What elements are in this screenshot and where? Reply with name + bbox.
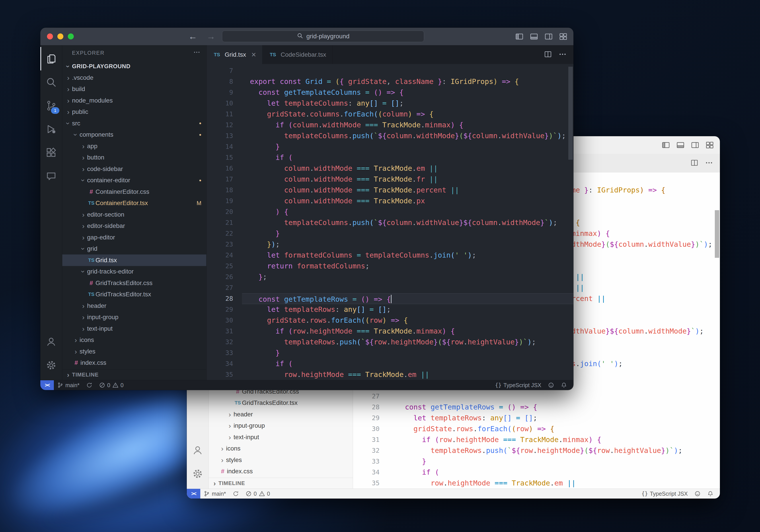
close-tab-icon[interactable]: × <box>251 50 256 59</box>
window-titlebar[interactable]: ← → grid-playground <box>40 28 573 45</box>
git-branch-status[interactable]: main* <box>200 489 229 499</box>
toggle-sidebar-icon[interactable] <box>515 32 524 41</box>
tree-item-GridTracksEditor.css[interactable]: #GridTracksEditor.css <box>62 277 206 289</box>
editor-more-icon[interactable] <box>558 50 567 59</box>
toggle-panel-icon[interactable] <box>530 32 539 41</box>
history-back-button[interactable]: ← <box>188 31 197 41</box>
tree-item-text-input[interactable]: ›text-input <box>62 323 206 334</box>
code-line-34: 34 if ( <box>207 358 573 369</box>
tree-item-gap-editor[interactable]: ›gap-editor <box>62 232 206 243</box>
tree-item-grid[interactable]: ›grid <box>62 243 206 255</box>
feedback-icon[interactable] <box>691 489 704 499</box>
line-number: 29 <box>207 304 242 315</box>
editor-more-icon[interactable] <box>705 158 713 168</box>
tree-item-src[interactable]: ›src● <box>62 117 206 129</box>
tree-item-button[interactable]: ›button <box>62 152 206 163</box>
sync-changes-button[interactable] <box>83 380 96 390</box>
toggle-sidebar-icon[interactable] <box>661 141 670 150</box>
account-icon[interactable] <box>187 438 209 462</box>
tree-item-components[interactable]: ›components● <box>62 129 206 141</box>
layout-controls <box>515 28 568 45</box>
file-label: Grid.tsx <box>96 257 117 264</box>
tab-CodeSidebar.tsx[interactable]: TSCodeSidebar.tsx <box>262 45 333 64</box>
tree-item-grid-tracks-editor[interactable]: ›grid-tracks-editor <box>62 266 206 278</box>
tree-root-folder[interactable]: › GRID-PLAYGROUND <box>62 61 206 72</box>
git-branch-status[interactable]: main* <box>54 380 83 390</box>
command-center-search[interactable]: grid-playground <box>222 30 424 42</box>
tree-item-styles[interactable]: ›styles <box>62 346 206 357</box>
toggle-secondary-sidebar-icon[interactable] <box>690 141 699 150</box>
explorer-icon[interactable] <box>40 47 62 70</box>
tree-item-code-sidebar[interactable]: ›code-sidebar <box>62 163 206 175</box>
language-mode[interactable]: {} TypeScript JSX <box>638 489 691 499</box>
feedback-icon[interactable] <box>545 380 557 390</box>
git-branch-icon <box>204 491 210 497</box>
tree-item-build[interactable]: ›build <box>62 83 206 95</box>
explorer-more-icon[interactable] <box>193 49 201 57</box>
zoom-window-button[interactable] <box>68 33 74 39</box>
tree-item-header[interactable]: ›header <box>62 300 206 312</box>
chevron-right-icon: › <box>226 422 234 429</box>
search-activity-icon[interactable] <box>40 70 62 94</box>
remote-indicator[interactable]: >< <box>187 489 200 499</box>
tree-item-header[interactable]: ›header <box>209 409 353 420</box>
tree-item-index.css[interactable]: #index.css <box>62 357 206 369</box>
tree-item-container-editor[interactable]: ›container-editor● <box>62 175 206 186</box>
timeline-section[interactable]: › TIMELINE <box>209 478 353 489</box>
tree-item-public[interactable]: ›public <box>62 106 206 118</box>
line-number: 35 <box>353 478 388 489</box>
line-number: 13 <box>207 130 242 141</box>
editor-scrollbar[interactable] <box>568 67 573 160</box>
tree-item-index.css[interactable]: #index.css <box>209 466 353 477</box>
tree-item-.vscode[interactable]: ›.vscode <box>62 72 206 83</box>
tree-item-icons[interactable]: ›icons <box>62 334 206 346</box>
code-editor[interactable]: 78export const Grid = ({ gridState, clas… <box>207 64 573 380</box>
code-line-text: gridState.columns.forEach((column) => { <box>242 109 573 119</box>
line-number: 31 <box>353 434 388 445</box>
history-forward-button[interactable]: → <box>207 31 215 41</box>
language-mode[interactable]: {} TypeScript JSX <box>492 380 545 390</box>
account-icon[interactable] <box>40 330 62 353</box>
settings-gear-icon[interactable] <box>187 462 209 485</box>
tree-item-ContainerEditor.tsx[interactable]: TSContainerEditor.tsxM <box>62 198 206 209</box>
code-line-text: if ( <box>388 467 720 478</box>
minimize-window-button[interactable] <box>57 33 63 39</box>
close-window-button[interactable] <box>47 33 53 39</box>
tree-item-app[interactable]: ›app <box>62 140 206 152</box>
tree-item-ContainerEditor.css[interactable]: #ContainerEditor.css <box>62 186 206 198</box>
tree-item-editor-sidebar[interactable]: ›editor-sidebar <box>62 220 206 232</box>
tree-item-input-group[interactable]: ›input-group <box>62 312 206 323</box>
tree-item-node_modules[interactable]: ›node_modules <box>62 95 206 106</box>
settings-gear-icon[interactable] <box>40 353 62 377</box>
toggle-secondary-sidebar-icon[interactable] <box>544 32 553 41</box>
branch-name: main* <box>65 382 79 388</box>
editor-scrollbar[interactable] <box>715 210 719 258</box>
customize-layout-icon[interactable] <box>705 141 714 150</box>
tree-item-styles[interactable]: ›styles <box>209 454 353 466</box>
timeline-section[interactable]: › TIMELINE <box>62 369 206 380</box>
problems-status[interactable]: 0 0 <box>242 489 273 499</box>
tree-item-input-group[interactable]: ›input-group <box>209 420 353 432</box>
split-editor-icon[interactable] <box>544 50 552 59</box>
split-editor-icon[interactable] <box>690 158 699 168</box>
problems-status[interactable]: 0 0 <box>96 380 127 390</box>
notifications-bell-icon[interactable] <box>557 380 570 390</box>
run-debug-icon[interactable] <box>40 117 62 141</box>
css-file-icon: # <box>87 280 96 287</box>
extensions-icon[interactable] <box>40 141 62 164</box>
tree-item-text-input[interactable]: ›text-input <box>209 431 353 443</box>
tree-item-Grid.tsx[interactable]: TSGrid.tsx <box>62 254 206 266</box>
sync-changes-button[interactable] <box>229 489 242 499</box>
tree-item-GridTracksEditor.tsx[interactable]: TSGridTracksEditor.tsx <box>62 289 206 300</box>
chevron-right-icon: › <box>65 108 72 115</box>
notifications-bell-icon[interactable] <box>704 489 717 499</box>
tree-item-GridTracksEditor.tsx[interactable]: TSGridTracksEditor.tsx <box>209 397 353 409</box>
toggle-panel-icon[interactable] <box>676 141 685 150</box>
remote-indicator[interactable]: >< <box>40 380 54 390</box>
tree-item-editor-section[interactable]: ›editor-section <box>62 209 206 220</box>
tab-Grid.tsx[interactable]: TSGrid.tsx× <box>207 45 262 64</box>
source-control-icon[interactable]: 1 <box>40 94 62 117</box>
tree-item-icons[interactable]: ›icons <box>209 443 353 455</box>
customize-layout-icon[interactable] <box>559 32 568 41</box>
chat-icon[interactable] <box>40 164 62 188</box>
